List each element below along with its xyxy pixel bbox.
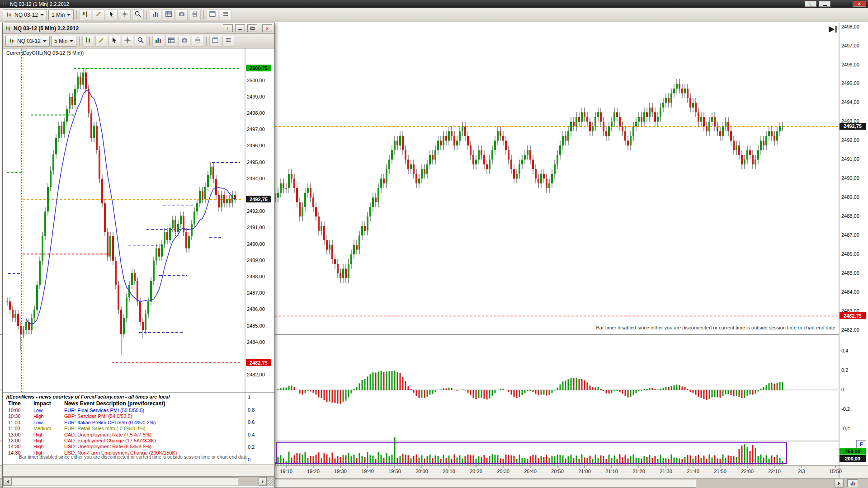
- inner-snapshot-button[interactable]: [179, 36, 190, 47]
- news-row: 13:00HighCAD: Employment Change (17.5K/2…: [3, 438, 245, 444]
- inner-horizontal-scrollbar[interactable]: [3, 476, 274, 486]
- window-icon: [212, 37, 219, 46]
- news-description: CAD: Unemployment Rate (7.5%/7.5%): [64, 432, 151, 437]
- inner-drawing-tools-button[interactable]: [95, 36, 107, 47]
- scroll-right-button[interactable]: [835, 479, 844, 488]
- crosshair-icon: [121, 10, 128, 19]
- bar-timer-status: Bar timer disabled since either you are …: [19, 454, 242, 460]
- data-grid-button[interactable]: [163, 9, 175, 20]
- price-axis-label: 2487,00: [247, 290, 265, 296]
- col-impact: Impact: [33, 400, 51, 407]
- indicators-button[interactable]: [150, 9, 161, 20]
- window-button[interactable]: [207, 9, 218, 20]
- price-axis-label: 2498,00: [247, 110, 265, 116]
- link-button[interactable]: L: [223, 24, 233, 32]
- inner-crosshair-button[interactable]: [122, 36, 133, 47]
- inner-window-title: NQ 03-12 (5 Min) 2.2.2012: [14, 25, 79, 32]
- mini-chart-button[interactable]: [847, 479, 858, 487]
- maximize-button[interactable]: [247, 24, 257, 32]
- snapshot-button[interactable]: [176, 9, 188, 20]
- inner-chart-style-button[interactable]: [82, 36, 94, 47]
- inner-print-button[interactable]: [192, 36, 203, 47]
- inner-window-button[interactable]: [209, 36, 221, 47]
- news-row: 14:30HighUSD: Unemployment Rate (8.5%/8.…: [3, 444, 245, 450]
- inner-cursor-button[interactable]: [108, 36, 120, 47]
- minimize-icon: [238, 29, 242, 30]
- close-button[interactable]: ×: [853, 1, 866, 7]
- scrollbar-thumb[interactable]: [11, 477, 238, 485]
- news-impact: Medium: [33, 426, 51, 431]
- news-time: 13:00: [8, 438, 21, 443]
- news-row: 13:00HighCAD: Unemployment Rate (7.5%/7.…: [3, 432, 245, 438]
- news-row: 11:00LowEUR: Italian Prelim CPI m/m (0.4…: [3, 420, 245, 426]
- col-time: Time: [8, 400, 21, 407]
- news-impact: High: [33, 438, 44, 443]
- close-button[interactable]: ×: [262, 24, 272, 32]
- inner-chart-region: 2500,002499,002498,002497,002496,002495,…: [3, 23, 274, 488]
- minimize-button[interactable]: [235, 24, 245, 32]
- news-description: EUR: Italian Prelim CPI m/m (0.4%/0.2%): [64, 420, 156, 425]
- news-description: CAD: Employment Change (17.5K/23.3K): [64, 438, 156, 443]
- news-row: 10:30HighGBP: Services PMI (54.0/53.5): [3, 413, 245, 419]
- resize-grip[interactable]: [268, 479, 274, 485]
- bars-icon: [155, 37, 162, 46]
- news-axis-label: 0,4: [248, 432, 255, 437]
- news-axis-label: 0,8: [248, 407, 255, 413]
- cursor-button[interactable]: [106, 9, 118, 20]
- price-axis-label: 2482,00: [247, 372, 265, 377]
- toolbar-separator: [203, 10, 204, 19]
- news-description: GBP: Services PMI (54.0/53.5): [64, 413, 132, 419]
- price-axis-label: 2489,00: [247, 258, 265, 263]
- price-axis-label: 2492,00: [247, 208, 265, 214]
- toolbar-separator: [146, 10, 147, 19]
- crosshair-button[interactable]: [119, 9, 131, 20]
- price-badge-black: 2492,75: [246, 196, 271, 202]
- inner-indicators-button[interactable]: [152, 36, 164, 47]
- right-arrow-icon: [262, 480, 265, 483]
- bars-icon: [152, 10, 159, 19]
- drawing-tools-button[interactable]: [93, 9, 104, 20]
- link-button[interactable]: L: [805, 1, 816, 7]
- inner-properties-button[interactable]: [222, 36, 234, 47]
- properties-button[interactable]: [220, 9, 231, 20]
- minimize-button[interactable]: [819, 1, 830, 7]
- inner-interval-selector[interactable]: 5 Min: [51, 36, 76, 47]
- interval-label: 5 Min: [54, 38, 67, 44]
- inner-titlebar[interactable]: NQ 03-12 (5 Min) 2.2.2012 L ×: [3, 23, 274, 34]
- chart-window-icon: [2, 1, 8, 7]
- news-axis-label: 0: [248, 457, 250, 462]
- instrument-icon: [6, 12, 12, 18]
- list-icon: [222, 10, 229, 19]
- chevron-down-icon: [43, 40, 47, 44]
- instrument-selector[interactable]: NQ 03-12: [3, 9, 47, 20]
- instrument-icon: [9, 38, 15, 44]
- fixed-scale-button[interactable]: F: [856, 440, 866, 448]
- interval-selector[interactable]: 1 Min: [48, 9, 74, 20]
- news-description: USD: Unemployment Rate (8.5%/8.5%): [64, 444, 151, 449]
- chart-window-icon: [5, 25, 11, 32]
- grid-icon: [168, 37, 175, 46]
- news-axis-label: 1: [248, 394, 250, 400]
- print-button[interactable]: [189, 9, 201, 20]
- price-badge-green: 2500,75: [246, 65, 271, 71]
- right-arrow-icon: [838, 482, 842, 485]
- chart-window-5min[interactable]: 2500,002499,002498,002497,002496,002495,…: [2, 23, 275, 488]
- inner-instrument-selector[interactable]: NQ 03-12: [5, 36, 50, 47]
- main-toolbar: NQ 03-121 Min: [0, 8, 868, 22]
- inner-zoom-button[interactable]: [135, 36, 146, 47]
- price-axis-label: 2484,00: [247, 339, 265, 345]
- scroll-left-button[interactable]: [3, 477, 11, 486]
- inner-data-grid-button[interactable]: [165, 36, 177, 47]
- scroll-right-button[interactable]: [259, 477, 267, 486]
- chart-style-button[interactable]: [80, 9, 91, 20]
- price-axis-label: 2500,00: [247, 78, 265, 83]
- instrument-label: NQ 03-12: [17, 38, 41, 44]
- price-axis-label: 2495,00: [247, 160, 265, 165]
- news-row: 11:00MediumEUR: Retail Sales m/m (-0.8%/…: [3, 426, 245, 432]
- toolbar-separator: [206, 37, 207, 46]
- chevron-down-icon: [40, 14, 44, 18]
- main-titlebar[interactable]: NQ 03-12 (1 Min) 2.2.2012 L ×: [0, 0, 868, 8]
- crosshair-icon: [124, 37, 131, 46]
- zoom-button[interactable]: [132, 9, 144, 20]
- news-header: jtEconNews - news courtesy of ForexFacto…: [6, 394, 170, 399]
